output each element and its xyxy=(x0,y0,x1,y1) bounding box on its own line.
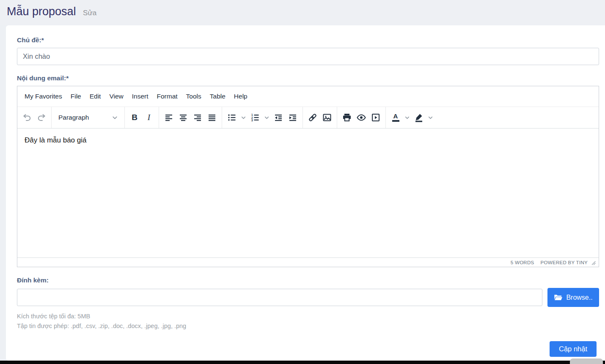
bold-button[interactable]: B xyxy=(127,110,142,125)
bullet-list-icon xyxy=(227,112,237,123)
editor-menubar: My Favorites File Edit View Insert Forma… xyxy=(17,86,599,107)
link-button[interactable] xyxy=(305,110,320,125)
paragraph-format-select[interactable]: Paragraph xyxy=(54,110,122,125)
chevron-down-icon xyxy=(264,115,270,121)
edit-link[interactable]: Sửa xyxy=(83,9,96,17)
editor-resize-handle[interactable] xyxy=(591,260,596,265)
email-content-label: Nội dung email:* xyxy=(17,74,599,82)
page-title: Mẫu proposal xyxy=(7,5,76,18)
undo-button[interactable] xyxy=(20,110,34,125)
link-icon xyxy=(308,112,318,123)
align-left-icon xyxy=(164,112,174,123)
align-center-button[interactable] xyxy=(176,110,190,125)
menu-view[interactable]: View xyxy=(105,90,127,102)
media-icon xyxy=(371,112,381,123)
scrollbar-thumb[interactable] xyxy=(570,359,603,364)
print-icon xyxy=(342,112,352,123)
align-center-icon xyxy=(178,112,188,123)
rich-text-editor: My Favorites File Edit View Insert Forma… xyxy=(17,86,599,267)
redo-icon xyxy=(36,112,47,123)
menu-file[interactable]: File xyxy=(66,90,85,102)
align-justify-icon xyxy=(207,112,217,123)
resize-grip-icon xyxy=(591,260,596,265)
proposal-form-card: Chủ đề:* Nội dung email:* My Favorites F… xyxy=(6,25,605,361)
outdent-icon xyxy=(273,112,283,123)
italic-button[interactable]: I xyxy=(142,110,156,125)
browse-button-label: Browse.. xyxy=(566,294,592,301)
svg-text:3: 3 xyxy=(251,119,253,122)
folder-icon xyxy=(554,294,562,301)
text-color-button[interactable]: A xyxy=(388,110,403,125)
browse-button[interactable]: Browse.. xyxy=(547,288,599,307)
numbered-list-button[interactable]: 1 2 3 xyxy=(248,110,262,125)
editor-statusbar: 5 WORDS POWERED BY TINY xyxy=(17,257,599,267)
align-right-icon xyxy=(192,112,203,123)
redo-button[interactable] xyxy=(34,110,49,125)
chevron-down-icon xyxy=(427,115,434,121)
attachment-input[interactable] xyxy=(17,289,542,306)
chevron-down-icon xyxy=(111,114,118,121)
chevron-down-icon xyxy=(404,115,410,121)
menu-format[interactable]: Format xyxy=(153,90,182,102)
chevron-down-icon xyxy=(240,115,247,121)
preview-eye-icon xyxy=(356,112,366,123)
menu-insert[interactable]: Insert xyxy=(128,90,153,102)
print-button[interactable] xyxy=(340,110,354,125)
update-button[interactable]: Cập nhật xyxy=(550,341,597,357)
align-left-button[interactable] xyxy=(162,110,176,125)
text-color-icon: A xyxy=(392,113,399,122)
menu-my-favorites[interactable]: My Favorites xyxy=(20,90,66,102)
editor-content[interactable]: Đây là mẫu báo giá xyxy=(17,129,599,257)
text-color-menu-button[interactable] xyxy=(403,110,412,125)
subject-label: Chủ đề:* xyxy=(17,36,599,44)
numbered-list-menu-button[interactable] xyxy=(262,110,271,125)
bold-icon: B xyxy=(132,113,138,122)
bottom-edge-bar xyxy=(0,361,605,364)
align-right-button[interactable] xyxy=(190,110,205,125)
bullet-list-button[interactable] xyxy=(225,110,239,125)
image-button[interactable] xyxy=(320,110,334,125)
align-justify-button[interactable] xyxy=(205,110,219,125)
highlight-color-menu-button[interactable] xyxy=(426,110,435,125)
menu-tools[interactable]: Tools xyxy=(182,90,206,102)
subject-input[interactable] xyxy=(17,48,599,65)
italic-icon: I xyxy=(148,113,150,122)
max-size-hint: Kích thước tệp tối đa: 5MB xyxy=(17,312,599,320)
media-button[interactable] xyxy=(368,110,383,125)
bullet-list-menu-button[interactable] xyxy=(239,110,248,125)
submit-row: Cập nhật xyxy=(17,341,599,357)
outdent-button[interactable] xyxy=(271,110,286,125)
attachment-label: Đính kèm: xyxy=(17,276,599,284)
undo-icon xyxy=(22,112,32,123)
numbered-list-icon: 1 2 3 xyxy=(250,112,260,123)
preview-button[interactable] xyxy=(354,110,368,125)
indent-button[interactable] xyxy=(286,110,300,125)
allowed-types-hint: Tập tin được phép: .pdf, .csv, .zip, .do… xyxy=(17,322,599,330)
format-select-value: Paragraph xyxy=(58,114,89,121)
menu-help[interactable]: Help xyxy=(230,90,252,102)
word-count[interactable]: 5 WORDS xyxy=(511,260,534,265)
tiny-branding-link[interactable]: POWERED BY TINY xyxy=(541,260,588,265)
highlight-color-button[interactable] xyxy=(412,110,426,125)
image-icon xyxy=(322,112,332,123)
attachment-row: Browse.. xyxy=(17,288,599,307)
menu-table[interactable]: Table xyxy=(206,90,230,102)
editor-toolbar: Paragraph B I xyxy=(17,107,599,129)
menu-edit[interactable]: Edit xyxy=(85,90,105,102)
page-header: Mẫu proposal Sửa xyxy=(0,0,605,25)
highlight-color-icon xyxy=(414,112,424,123)
indent-icon xyxy=(288,112,298,123)
